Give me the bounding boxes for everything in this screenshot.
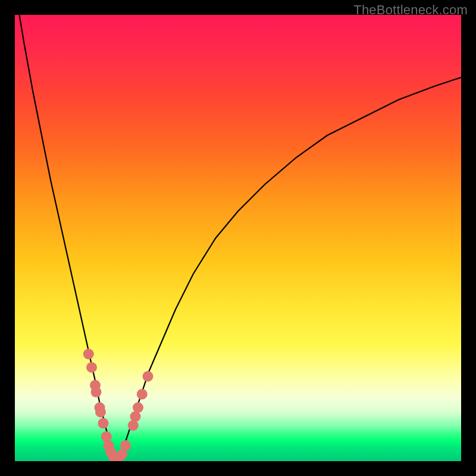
highlight-dots xyxy=(83,349,154,461)
outer-frame: TheBottleneck.com xyxy=(0,0,476,476)
highlight-dot xyxy=(98,418,109,428)
highlight-dot xyxy=(137,389,148,400)
highlight-dot xyxy=(120,440,131,451)
highlight-dot xyxy=(83,349,94,359)
highlight-dot xyxy=(143,371,154,382)
highlight-dot xyxy=(86,362,97,373)
highlight-dot xyxy=(95,407,106,418)
highlight-dot xyxy=(128,420,139,431)
plot-area xyxy=(15,15,461,461)
highlight-dot xyxy=(101,431,112,442)
marker-layer xyxy=(15,15,461,461)
highlight-dot xyxy=(91,387,102,397)
highlight-dot xyxy=(133,402,143,413)
